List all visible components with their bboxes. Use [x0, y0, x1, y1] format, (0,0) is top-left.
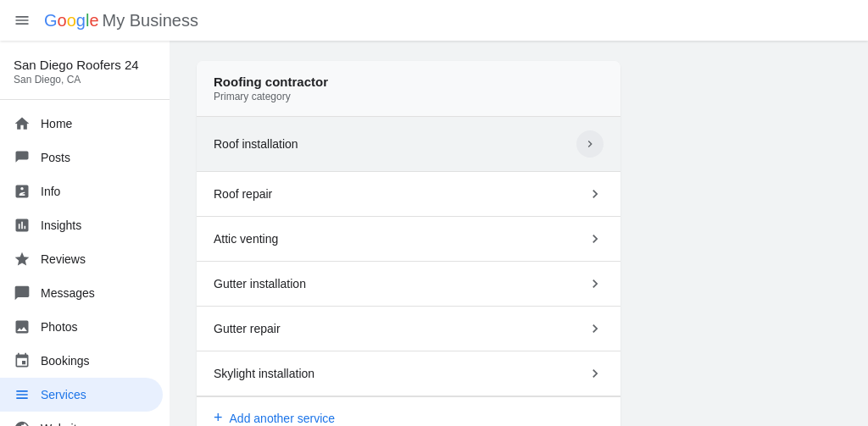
sidebar-header: San Diego Roofers 24 San Diego, CA [0, 47, 170, 92]
sidebar-item-bookings[interactable]: Bookings [0, 344, 163, 378]
service-label-gutter-repair: Gutter repair [214, 322, 281, 335]
sidebar-item-website[interactable]: Website [0, 412, 163, 426]
sidebar-item-home[interactable]: Home [0, 107, 163, 141]
sidebar-label-services: Services [41, 388, 86, 401]
sidebar-label-home: Home [41, 117, 72, 130]
sidebar-item-info[interactable]: Info [0, 174, 163, 208]
main-content: Roofing contractor Primary category Roof… [170, 41, 868, 426]
sidebar: San Diego Roofers 24 San Diego, CA Home … [0, 41, 170, 426]
business-name: San Diego Roofers 24 [14, 58, 156, 72]
business-location: San Diego, CA [14, 74, 156, 86]
chevron-right-icon-2 [587, 230, 604, 247]
service-label-roof-installation: Roof installation [214, 137, 298, 151]
service-label-attic-venting: Attic venting [214, 232, 278, 246]
posts-icon [14, 149, 31, 166]
services-icon [14, 386, 31, 403]
service-row-roof-repair[interactable]: Roof repair [197, 172, 620, 217]
services-card: Roofing contractor Primary category Roof… [197, 61, 620, 426]
sidebar-label-photos: Photos [41, 320, 78, 334]
sidebar-divider [0, 99, 170, 100]
topbar: Google My Business [0, 0, 868, 41]
photos-icon [14, 318, 31, 335]
sidebar-item-services[interactable]: Services [0, 378, 163, 412]
add-service-label: Add another service [230, 412, 336, 425]
sidebar-item-messages[interactable]: Messages [0, 276, 163, 310]
sidebar-item-posts[interactable]: Posts [0, 141, 163, 174]
service-label-gutter-installation: Gutter installation [214, 277, 306, 290]
menu-icon[interactable] [14, 12, 31, 29]
add-service-row[interactable]: + Add another service [197, 396, 620, 426]
insights-icon [14, 217, 31, 234]
add-service-plus-icon: + [214, 409, 223, 426]
reviews-icon [14, 251, 31, 268]
info-icon [14, 183, 31, 200]
service-row-roof-installation[interactable]: Roof installation [197, 117, 620, 172]
chevron-right-icon-0 [576, 130, 604, 158]
logo: Google My Business [44, 11, 198, 30]
sidebar-label-posts: Posts [41, 151, 70, 164]
sidebar-label-website: Website [41, 422, 83, 426]
category-name: Roofing contractor [214, 75, 604, 89]
sidebar-item-reviews[interactable]: Reviews [0, 242, 163, 276]
website-icon [14, 420, 31, 426]
service-row-skylight-installation[interactable]: Skylight installation [197, 351, 620, 396]
sidebar-label-bookings: Bookings [41, 354, 90, 368]
service-row-gutter-repair[interactable]: Gutter repair [197, 307, 620, 351]
chevron-right-icon-3 [587, 275, 604, 292]
category-label: Primary category [214, 91, 604, 102]
messages-icon [14, 285, 31, 302]
layout: San Diego Roofers 24 San Diego, CA Home … [0, 41, 868, 426]
sidebar-item-photos[interactable]: Photos [0, 310, 163, 344]
service-row-attic-venting[interactable]: Attic venting [197, 217, 620, 262]
bookings-icon [14, 352, 31, 369]
chevron-right-icon-4 [587, 320, 604, 337]
service-label-skylight-installation: Skylight installation [214, 367, 314, 380]
sidebar-label-info: Info [41, 185, 60, 198]
card-header: Roofing contractor Primary category [197, 61, 620, 117]
sidebar-label-messages: Messages [41, 286, 95, 300]
sidebar-item-insights[interactable]: Insights [0, 208, 163, 242]
chevron-right-icon-5 [587, 365, 604, 382]
sidebar-label-insights: Insights [41, 219, 81, 232]
service-row-gutter-installation[interactable]: Gutter installation [197, 262, 620, 307]
home-icon [14, 115, 31, 132]
chevron-right-icon-1 [587, 185, 604, 202]
service-label-roof-repair: Roof repair [214, 187, 272, 201]
sidebar-label-reviews: Reviews [41, 252, 86, 266]
